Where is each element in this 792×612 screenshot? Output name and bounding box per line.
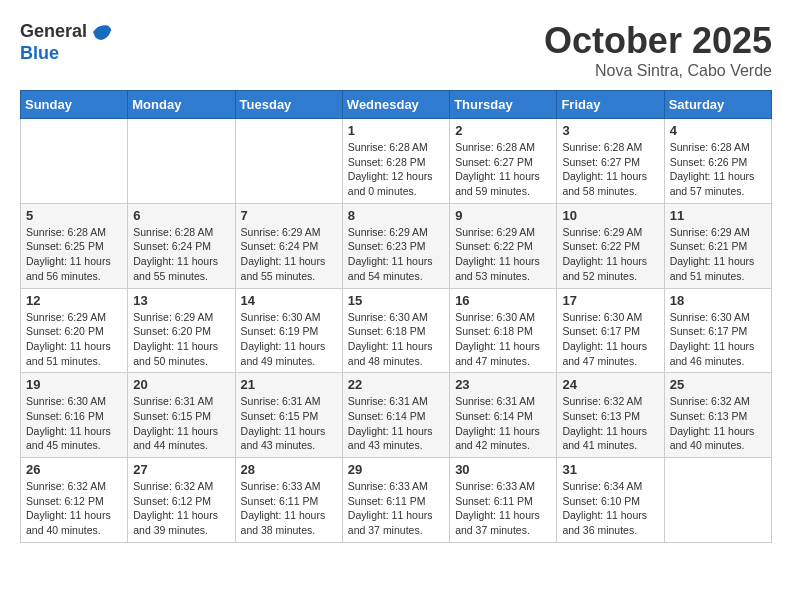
calendar-day-cell: 16Sunrise: 6:30 AM Sunset: 6:18 PM Dayli… bbox=[450, 288, 557, 373]
calendar-day-cell bbox=[664, 458, 771, 543]
day-number: 4 bbox=[670, 123, 766, 138]
calendar-day-cell: 7Sunrise: 6:29 AM Sunset: 6:24 PM Daylig… bbox=[235, 203, 342, 288]
day-number: 21 bbox=[241, 377, 337, 392]
day-number: 2 bbox=[455, 123, 551, 138]
calendar-week-row: 5Sunrise: 6:28 AM Sunset: 6:25 PM Daylig… bbox=[21, 203, 772, 288]
calendar-day-cell bbox=[21, 119, 128, 204]
calendar-day-cell bbox=[235, 119, 342, 204]
calendar-day-cell: 5Sunrise: 6:28 AM Sunset: 6:25 PM Daylig… bbox=[21, 203, 128, 288]
calendar-day-cell: 25Sunrise: 6:32 AM Sunset: 6:13 PM Dayli… bbox=[664, 373, 771, 458]
day-number: 5 bbox=[26, 208, 122, 223]
logo-blue-text: Blue bbox=[20, 44, 113, 64]
day-number: 26 bbox=[26, 462, 122, 477]
day-info: Sunrise: 6:28 AM Sunset: 6:26 PM Dayligh… bbox=[670, 140, 766, 199]
calendar-day-cell: 26Sunrise: 6:32 AM Sunset: 6:12 PM Dayli… bbox=[21, 458, 128, 543]
calendar-day-cell: 3Sunrise: 6:28 AM Sunset: 6:27 PM Daylig… bbox=[557, 119, 664, 204]
calendar-day-cell: 21Sunrise: 6:31 AM Sunset: 6:15 PM Dayli… bbox=[235, 373, 342, 458]
logo-general-text: General bbox=[20, 22, 87, 42]
day-info: Sunrise: 6:32 AM Sunset: 6:12 PM Dayligh… bbox=[26, 479, 122, 538]
day-info: Sunrise: 6:32 AM Sunset: 6:13 PM Dayligh… bbox=[562, 394, 658, 453]
day-info: Sunrise: 6:31 AM Sunset: 6:15 PM Dayligh… bbox=[133, 394, 229, 453]
calendar-day-cell: 9Sunrise: 6:29 AM Sunset: 6:22 PM Daylig… bbox=[450, 203, 557, 288]
calendar-day-cell: 27Sunrise: 6:32 AM Sunset: 6:12 PM Dayli… bbox=[128, 458, 235, 543]
day-number: 23 bbox=[455, 377, 551, 392]
day-number: 12 bbox=[26, 293, 122, 308]
day-info: Sunrise: 6:30 AM Sunset: 6:16 PM Dayligh… bbox=[26, 394, 122, 453]
day-number: 30 bbox=[455, 462, 551, 477]
logo: General Blue bbox=[20, 20, 113, 64]
calendar-day-cell: 17Sunrise: 6:30 AM Sunset: 6:17 PM Dayli… bbox=[557, 288, 664, 373]
day-info: Sunrise: 6:28 AM Sunset: 6:27 PM Dayligh… bbox=[455, 140, 551, 199]
calendar-week-row: 26Sunrise: 6:32 AM Sunset: 6:12 PM Dayli… bbox=[21, 458, 772, 543]
day-info: Sunrise: 6:29 AM Sunset: 6:21 PM Dayligh… bbox=[670, 225, 766, 284]
day-info: Sunrise: 6:31 AM Sunset: 6:15 PM Dayligh… bbox=[241, 394, 337, 453]
day-number: 24 bbox=[562, 377, 658, 392]
calendar-day-cell: 2Sunrise: 6:28 AM Sunset: 6:27 PM Daylig… bbox=[450, 119, 557, 204]
calendar-table: SundayMondayTuesdayWednesdayThursdayFrid… bbox=[20, 90, 772, 543]
day-of-week-header: Thursday bbox=[450, 91, 557, 119]
calendar-day-cell: 12Sunrise: 6:29 AM Sunset: 6:20 PM Dayli… bbox=[21, 288, 128, 373]
calendar-week-row: 1Sunrise: 6:28 AM Sunset: 6:28 PM Daylig… bbox=[21, 119, 772, 204]
day-number: 20 bbox=[133, 377, 229, 392]
day-number: 28 bbox=[241, 462, 337, 477]
calendar-day-cell: 14Sunrise: 6:30 AM Sunset: 6:19 PM Dayli… bbox=[235, 288, 342, 373]
calendar-day-cell: 28Sunrise: 6:33 AM Sunset: 6:11 PM Dayli… bbox=[235, 458, 342, 543]
calendar-day-cell: 31Sunrise: 6:34 AM Sunset: 6:10 PM Dayli… bbox=[557, 458, 664, 543]
day-info: Sunrise: 6:28 AM Sunset: 6:24 PM Dayligh… bbox=[133, 225, 229, 284]
day-info: Sunrise: 6:32 AM Sunset: 6:12 PM Dayligh… bbox=[133, 479, 229, 538]
day-number: 9 bbox=[455, 208, 551, 223]
day-info: Sunrise: 6:31 AM Sunset: 6:14 PM Dayligh… bbox=[455, 394, 551, 453]
day-info: Sunrise: 6:30 AM Sunset: 6:19 PM Dayligh… bbox=[241, 310, 337, 369]
day-of-week-header: Friday bbox=[557, 91, 664, 119]
day-info: Sunrise: 6:30 AM Sunset: 6:17 PM Dayligh… bbox=[562, 310, 658, 369]
calendar-day-cell: 6Sunrise: 6:28 AM Sunset: 6:24 PM Daylig… bbox=[128, 203, 235, 288]
title-section: October 2025 Nova Sintra, Cabo Verde bbox=[544, 20, 772, 80]
day-number: 17 bbox=[562, 293, 658, 308]
calendar-day-cell: 18Sunrise: 6:30 AM Sunset: 6:17 PM Dayli… bbox=[664, 288, 771, 373]
day-number: 25 bbox=[670, 377, 766, 392]
calendar-week-row: 12Sunrise: 6:29 AM Sunset: 6:20 PM Dayli… bbox=[21, 288, 772, 373]
page-header: General Blue October 2025 Nova Sintra, C… bbox=[20, 20, 772, 80]
calendar-day-cell: 15Sunrise: 6:30 AM Sunset: 6:18 PM Dayli… bbox=[342, 288, 449, 373]
location-subtitle: Nova Sintra, Cabo Verde bbox=[544, 62, 772, 80]
day-info: Sunrise: 6:28 AM Sunset: 6:28 PM Dayligh… bbox=[348, 140, 444, 199]
day-number: 16 bbox=[455, 293, 551, 308]
day-info: Sunrise: 6:34 AM Sunset: 6:10 PM Dayligh… bbox=[562, 479, 658, 538]
day-info: Sunrise: 6:29 AM Sunset: 6:20 PM Dayligh… bbox=[133, 310, 229, 369]
day-info: Sunrise: 6:33 AM Sunset: 6:11 PM Dayligh… bbox=[241, 479, 337, 538]
calendar-day-cell: 30Sunrise: 6:33 AM Sunset: 6:11 PM Dayli… bbox=[450, 458, 557, 543]
day-info: Sunrise: 6:32 AM Sunset: 6:13 PM Dayligh… bbox=[670, 394, 766, 453]
day-number: 14 bbox=[241, 293, 337, 308]
day-number: 19 bbox=[26, 377, 122, 392]
day-number: 10 bbox=[562, 208, 658, 223]
day-info: Sunrise: 6:30 AM Sunset: 6:18 PM Dayligh… bbox=[455, 310, 551, 369]
calendar-day-cell: 22Sunrise: 6:31 AM Sunset: 6:14 PM Dayli… bbox=[342, 373, 449, 458]
calendar-day-cell bbox=[128, 119, 235, 204]
day-info: Sunrise: 6:29 AM Sunset: 6:23 PM Dayligh… bbox=[348, 225, 444, 284]
calendar-day-cell: 29Sunrise: 6:33 AM Sunset: 6:11 PM Dayli… bbox=[342, 458, 449, 543]
day-info: Sunrise: 6:33 AM Sunset: 6:11 PM Dayligh… bbox=[348, 479, 444, 538]
day-info: Sunrise: 6:31 AM Sunset: 6:14 PM Dayligh… bbox=[348, 394, 444, 453]
day-number: 27 bbox=[133, 462, 229, 477]
day-number: 3 bbox=[562, 123, 658, 138]
calendar-header-row: SundayMondayTuesdayWednesdayThursdayFrid… bbox=[21, 91, 772, 119]
day-number: 1 bbox=[348, 123, 444, 138]
calendar-day-cell: 19Sunrise: 6:30 AM Sunset: 6:16 PM Dayli… bbox=[21, 373, 128, 458]
day-number: 31 bbox=[562, 462, 658, 477]
day-info: Sunrise: 6:29 AM Sunset: 6:22 PM Dayligh… bbox=[562, 225, 658, 284]
calendar-week-row: 19Sunrise: 6:30 AM Sunset: 6:16 PM Dayli… bbox=[21, 373, 772, 458]
day-info: Sunrise: 6:29 AM Sunset: 6:20 PM Dayligh… bbox=[26, 310, 122, 369]
day-number: 15 bbox=[348, 293, 444, 308]
logo-icon bbox=[89, 20, 113, 44]
day-info: Sunrise: 6:28 AM Sunset: 6:25 PM Dayligh… bbox=[26, 225, 122, 284]
day-number: 7 bbox=[241, 208, 337, 223]
calendar-day-cell: 11Sunrise: 6:29 AM Sunset: 6:21 PM Dayli… bbox=[664, 203, 771, 288]
calendar-day-cell: 4Sunrise: 6:28 AM Sunset: 6:26 PM Daylig… bbox=[664, 119, 771, 204]
day-info: Sunrise: 6:29 AM Sunset: 6:22 PM Dayligh… bbox=[455, 225, 551, 284]
calendar-day-cell: 24Sunrise: 6:32 AM Sunset: 6:13 PM Dayli… bbox=[557, 373, 664, 458]
day-number: 6 bbox=[133, 208, 229, 223]
day-number: 8 bbox=[348, 208, 444, 223]
day-info: Sunrise: 6:30 AM Sunset: 6:18 PM Dayligh… bbox=[348, 310, 444, 369]
day-info: Sunrise: 6:29 AM Sunset: 6:24 PM Dayligh… bbox=[241, 225, 337, 284]
day-of-week-header: Wednesday bbox=[342, 91, 449, 119]
